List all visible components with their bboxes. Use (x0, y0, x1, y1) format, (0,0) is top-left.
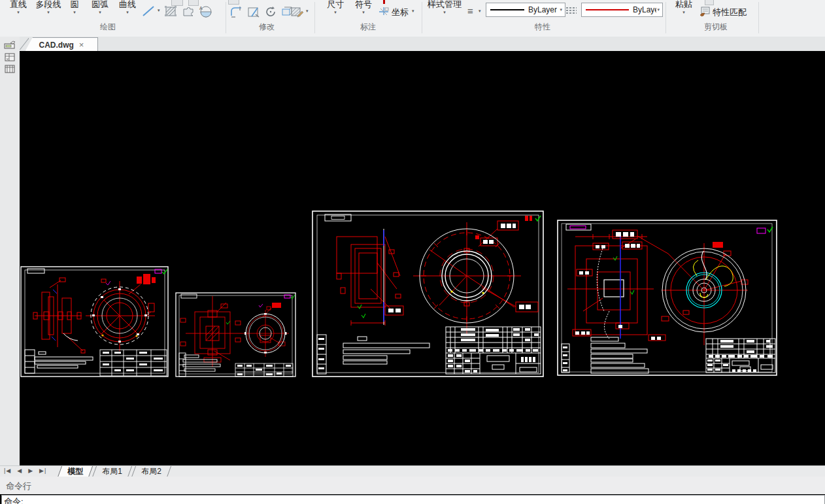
chevron-down-icon: ▾ (426, 10, 463, 14)
region-icon[interactable]: A (198, 5, 212, 18)
chevron-down-icon: ▾ (657, 7, 660, 12)
line-button[interactable]: 直线 ▾ (5, 0, 31, 14)
linetype-value: ByLayer (528, 5, 557, 14)
group-label-draw: 绘图 (78, 22, 137, 33)
chevron-down-icon[interactable]: ▾ (306, 8, 309, 14)
sheet1-red-callouts (137, 274, 156, 284)
layer-palette-icon[interactable] (4, 52, 16, 62)
color-sample (586, 9, 629, 10)
circle-button-label: 圆 (71, 0, 79, 9)
ribbon-separator (665, 2, 666, 33)
chevron-down-icon: ▾ (31, 10, 65, 14)
close-icon[interactable]: × (79, 41, 84, 49)
command-input[interactable]: 命令: (1, 495, 825, 504)
match-properties-icon[interactable] (698, 5, 711, 17)
next-layout-button[interactable]: ▶ (28, 467, 33, 474)
drawing-sheet-1[interactable] (20, 266, 169, 378)
sheet2-title-block (235, 363, 293, 377)
chevron-down-icon: ▾ (88, 10, 112, 14)
sheet3-callout-cells (483, 224, 531, 309)
document-tab-bar: CAD.dwg × (20, 37, 825, 51)
ribbon-separator (226, 2, 226, 33)
dimension-button-label: 尺寸 (327, 0, 344, 9)
sheet4-magenta-tag-left (570, 226, 586, 229)
tab-model[interactable]: 模型 (58, 466, 93, 477)
filter-palette-icon[interactable] (4, 64, 16, 74)
hatch-icon[interactable] (163, 5, 178, 18)
sheet3-title-text-marks (448, 328, 539, 373)
arc-button[interactable]: 圆弧 ▾ (88, 0, 112, 14)
sheet1-blue-marks (52, 290, 57, 341)
document-tab-cad-dwg[interactable]: CAD.dwg × (25, 37, 98, 52)
document-tab-label: CAD.dwg (39, 41, 74, 50)
tab-layout2[interactable]: 布局2 (131, 466, 171, 477)
check-icon (535, 216, 541, 221)
style-manager-button[interactable]: 样式管理 ▾ (426, 0, 463, 14)
lineweight-icon[interactable]: ≡ (467, 5, 473, 16)
match-properties-label[interactable]: 特性匹配 (713, 7, 747, 18)
toolbar-palette-icon[interactable] (4, 41, 16, 50)
drawing-sheet-3[interactable] (312, 210, 545, 378)
curve-button[interactable]: 曲线 ▾ (115, 0, 140, 14)
ribbon-separator (314, 2, 315, 33)
last-layout-button[interactable]: ▶| (39, 467, 46, 474)
fillet-icon[interactable] (229, 5, 244, 18)
polyline-button-label: 多段线 (36, 0, 61, 9)
layout-tab-strip: |◀ ◀ ▶ ▶| 模型 布局1 布局2 (0, 465, 825, 477)
command-prompt: 命令: (4, 497, 24, 504)
chevron-down-icon: ▾ (353, 10, 374, 14)
coordinate-button[interactable]: 坐标 (392, 7, 409, 18)
linetype-manager-icon[interactable] (565, 6, 578, 15)
chevron-down-icon: ▾ (5, 10, 31, 14)
prev-layout-button[interactable]: ◀ (17, 467, 22, 474)
polyline-button[interactable]: 多段线 ▾ (31, 0, 65, 14)
style-manager-label: 样式管理 (428, 0, 462, 9)
sheet1-title-block (100, 350, 167, 376)
group-label-annotate: 标注 (342, 22, 394, 33)
clipped-icon (228, 0, 239, 5)
color-select[interactable]: ByLayer ▾ (581, 3, 663, 17)
rotate-icon[interactable] (263, 5, 278, 18)
sheet3-red-stamp (525, 216, 532, 221)
color-value: ByLayer (633, 5, 656, 14)
ribbon-separator (422, 2, 422, 33)
symbol-button[interactable]: 符号 ▾ (353, 0, 374, 14)
sheet4-callout-cells (575, 244, 661, 340)
coordinate-icon[interactable] (378, 6, 390, 16)
sheet2-section-view (180, 296, 242, 367)
layout-nav: |◀ ◀ ▶ ▶| (4, 467, 46, 474)
construction-line-icon[interactable] (141, 5, 156, 18)
sheet3-notes (317, 335, 429, 374)
drawing-sheet-4[interactable] (557, 220, 778, 377)
ribbon-separator (758, 2, 759, 33)
svg-text:A: A (199, 6, 203, 10)
chevron-down-icon: ▾ (673, 10, 694, 14)
chevron-down-icon[interactable]: ▾ (479, 8, 481, 14)
chevron-down-icon: ▾ (65, 10, 84, 14)
chevron-down-icon: ▾ (560, 7, 562, 12)
linetype-select[interactable]: ByLayer ▾ (486, 3, 565, 17)
chevron-down-icon[interactable]: ▾ (158, 8, 160, 13)
drawing-sheet-2[interactable] (175, 292, 296, 378)
model-space-canvas[interactable] (20, 51, 825, 465)
block-icon[interactable] (181, 5, 195, 18)
dimension-button[interactable]: 尺寸 ▾ (325, 0, 346, 14)
sheet2-notes (179, 353, 220, 377)
line-button-label: 直线 (10, 0, 27, 9)
left-tool-strip (0, 37, 20, 465)
sheet4-section-view (567, 234, 665, 341)
paste-button[interactable]: 粘贴 ▾ (673, 0, 694, 14)
command-panel-title: 命令行 (6, 480, 31, 492)
sheet1-side-view (33, 278, 85, 353)
layout-tabs: 模型 布局1 布局2 (56, 466, 169, 477)
circle-button[interactable]: 圆 ▾ (65, 0, 84, 14)
hatch-edit-icon[interactable] (290, 5, 304, 18)
curve-button-label: 曲线 (119, 0, 136, 9)
ribbon: 直线 ▾ 多段线 ▾ 圆 ▾ 圆弧 ▾ 曲线 ▾ ▾ (0, 0, 825, 37)
tab-layout1[interactable]: 布局1 (92, 466, 132, 477)
trim-icon[interactable] (246, 5, 261, 18)
chevron-down-icon: ▾ (115, 10, 140, 14)
chevron-down-icon[interactable]: ▾ (412, 8, 414, 14)
first-layout-button[interactable]: |◀ (4, 467, 11, 474)
linetype-sample (490, 9, 524, 10)
